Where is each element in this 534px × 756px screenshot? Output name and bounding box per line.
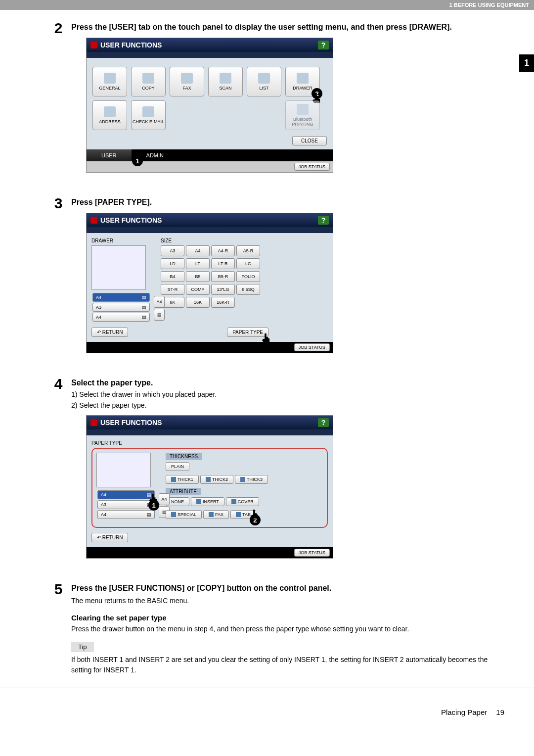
size-btn-85sq[interactable]: 8.5SQ	[236, 284, 260, 295]
thickness-label: THICKNESS	[166, 453, 202, 460]
clearing-heading: Clearing the set paper type	[71, 614, 504, 622]
help-icon[interactable]: ?	[318, 41, 329, 49]
attr-icon	[171, 512, 176, 517]
help-icon[interactable]: ?	[318, 216, 329, 225]
size-btn-ltr[interactable]: LT-R	[211, 258, 235, 269]
close-button[interactable]: CLOSE	[292, 136, 327, 145]
bluetooth-icon	[297, 104, 309, 115]
user-functions-panel-2: USER FUNCTIONS ? DRAWER A4▤ A3▤ A4▤	[86, 213, 333, 353]
user-tab[interactable]: USER	[87, 149, 132, 161]
size-btn-comp[interactable]: COMP	[186, 284, 210, 295]
size-btn-b5r[interactable]: B5-R	[211, 271, 235, 282]
chapter-header: 1 BEFORE USING EQUIPMENT	[0, 0, 534, 10]
size-btn-ld[interactable]: LD	[161, 258, 184, 269]
attr-icon	[196, 499, 201, 504]
list-icon	[258, 73, 270, 84]
size-btn-16k[interactable]: 16K	[186, 297, 210, 308]
tip-label: Tip	[71, 642, 94, 652]
size-btn-b5[interactable]: B5	[186, 271, 210, 282]
list-button[interactable]: LIST	[247, 67, 281, 96]
thick-icon	[206, 477, 211, 482]
job-status-button[interactable]: JOB STATUS	[294, 549, 330, 557]
step-4-sub-1: 1) Select the drawer in which you placed…	[71, 390, 504, 398]
size-btn-a4r[interactable]: A4-R	[211, 245, 235, 256]
step-4-sub-2: 2) Select the paper type.	[71, 401, 504, 409]
panel-logo-icon	[90, 217, 97, 224]
scan-icon	[220, 73, 231, 84]
drawer-side-slot[interactable]: A4	[154, 296, 165, 308]
drawer-icon	[297, 73, 309, 84]
job-status-button[interactable]: JOB STATUS	[294, 163, 330, 171]
panel-3-title: USER FUNCTIONS	[100, 419, 162, 426]
return-button[interactable]: ↶ RETURN	[91, 328, 128, 337]
attr-icon	[236, 512, 241, 517]
thickness-thick2[interactable]: THICK2	[200, 475, 233, 484]
drawer-slot-3[interactable]: A4▤	[92, 313, 150, 322]
drawer-slot-1[interactable]: A4▤	[92, 293, 150, 302]
size-btn-a3[interactable]: A3	[161, 245, 184, 256]
size-btn-a5r[interactable]: A5-R	[236, 245, 260, 256]
attribute-cover[interactable]: COVER	[226, 497, 259, 506]
size-btn-lt[interactable]: LT	[186, 258, 210, 269]
drawer-side-slot[interactable]: A4	[159, 493, 170, 505]
size-btn-str[interactable]: ST-R	[161, 284, 184, 295]
attr-icon	[231, 499, 236, 504]
printer-graphic	[91, 245, 146, 290]
pointer-hand-icon	[135, 150, 144, 159]
size-btn-b4[interactable]: B4	[161, 271, 184, 282]
email-icon	[142, 106, 154, 117]
help-icon[interactable]: ?	[318, 418, 329, 427]
address-button[interactable]: ADDRESS	[92, 100, 127, 130]
thickness-plain[interactable]: PLAIN	[166, 462, 189, 471]
printer-graphic	[96, 453, 151, 487]
job-status-button[interactable]: JOB STATUS	[294, 343, 330, 351]
step-3-title: Press [PAPER TYPE].	[71, 198, 504, 207]
user-functions-panel-1: USER FUNCTIONS ? GENERAL COPY FAX SCAN L…	[86, 38, 333, 173]
address-icon	[104, 106, 116, 117]
attribute-fax[interactable]: FAX	[203, 510, 229, 519]
size-btn-folio[interactable]: FOLIO	[236, 271, 260, 282]
drawer-side-indicator: ▤	[154, 309, 165, 321]
size-btn-13lg[interactable]: 13"LG	[211, 284, 235, 295]
panel-2-title: USER FUNCTIONS	[100, 216, 162, 224]
footer-page: 19	[496, 708, 504, 716]
step-4-title: Select the paper type.	[71, 378, 504, 387]
return-button[interactable]: ↶ RETURN	[91, 533, 128, 542]
thickness-thick3[interactable]: THICK3	[235, 475, 268, 484]
drawer-slot-2[interactable]: A3▤	[92, 303, 150, 312]
general-button[interactable]: GENERAL	[92, 67, 127, 96]
check-email-button[interactable]: CHECK E-MAIL	[131, 100, 166, 130]
attribute-insert[interactable]: INSERT	[191, 497, 224, 506]
step-5-text: The menu returns to the BASIC menu.	[71, 596, 504, 606]
attribute-tab[interactable]: TAB 2	[230, 510, 256, 519]
general-icon	[104, 73, 116, 84]
size-btn-a4[interactable]: A4	[186, 245, 210, 256]
thickness-thick1[interactable]: THICK1	[166, 475, 199, 484]
drawer-label: DRAWER	[91, 238, 151, 243]
drawer-slot-3[interactable]: A4▤	[97, 510, 155, 519]
step-5-title: Press the [USER FUNCTIONS] or [COPY] but…	[71, 584, 504, 593]
drawer-slot-1[interactable]: A4▤	[97, 490, 155, 499]
size-btn-lg[interactable]: LG	[236, 258, 260, 269]
size-label: SIZE	[161, 238, 260, 243]
step-2-number: 2	[49, 20, 67, 37]
chapter-side-tab: 1	[519, 54, 534, 72]
pointer-hand-icon	[148, 494, 157, 503]
step-4-number: 4	[49, 376, 67, 392]
drawer-slot-2[interactable]: A3▤ 1	[97, 500, 155, 509]
bluetooth-printing-button[interactable]: Bluetooth PRINTING	[285, 100, 320, 130]
attribute-special[interactable]: SPECIAL	[166, 510, 202, 519]
size-btn-16kr[interactable]: 16K-R	[211, 297, 235, 308]
copy-button[interactable]: COPY	[131, 67, 166, 96]
fax-icon	[181, 73, 193, 84]
fax-button[interactable]: FAX	[170, 67, 204, 96]
clearing-text: Press the drawer button on the menu in s…	[71, 624, 504, 634]
panel-logo-icon	[90, 419, 97, 426]
thick-icon	[171, 477, 176, 482]
drawer-button[interactable]: DRAWER 2	[285, 67, 320, 96]
panel-logo-icon	[90, 42, 97, 48]
attr-icon	[209, 512, 214, 517]
step-5-number: 5	[49, 581, 67, 598]
paper-type-button[interactable]: PAPER TYPE	[227, 328, 268, 337]
scan-button[interactable]: SCAN	[208, 67, 243, 96]
